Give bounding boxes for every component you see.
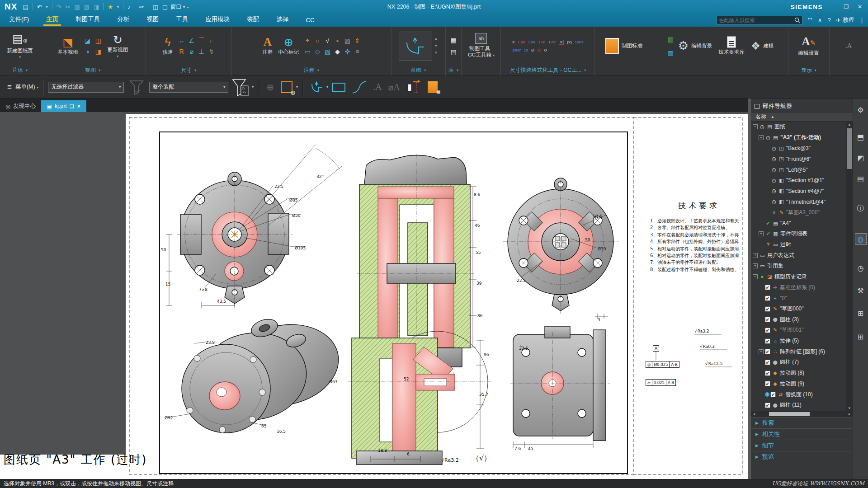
navigator-column-header[interactable]: 名称▲ [751,112,853,122]
document-tab-kjprt[interactable]: ▣ kj.prt ❏ ✕ [41,100,86,112]
menu-tab-[interactable]: 应用模块 [204,13,231,27]
dimension-annotation[interactable]: Ø85 [289,198,298,202]
part-navigator-icon[interactable]: ▤ [855,173,867,184]
window-add2-icon[interactable]: ⊞ [855,331,867,343]
navigator-section-搜索[interactable]: ▶搜索 [751,417,853,428]
tree-row[interactable]: ◷◧"Trimetric#1@4" [751,197,853,207]
tree-row[interactable]: i✔⇄替换面 (10) [751,389,853,400]
detail-view-icon[interactable]: ◫ [95,37,101,44]
tab-close-icon[interactable]: ✕ [77,103,81,109]
discover-center-tab[interactable]: ◎ 发现中心 [0,100,41,112]
dimension-annotation[interactable]: 23.8 [206,340,215,345]
dimension-annotation[interactable]: 50 [161,248,166,252]
tree-row[interactable]: ◷◧"Section #1@1" [751,175,853,186]
tree-row[interactable]: +▭用户表达式 [751,250,853,261]
balloon-icon[interactable]: ○ [316,37,319,44]
favorites-menu-icon[interactable]: ▾ [117,5,119,9]
tree-row[interactable]: ✔⌂拉伸 (5) [751,336,853,347]
dimension-annotation[interactable]: 52 [404,377,409,381]
help-icon[interactable]: ? [827,17,830,23]
group-label-sheet[interactable]: 片体▾ [0,64,40,76]
tree-row[interactable]: −◷▤图纸 [751,122,853,132]
format-painter-icon[interactable] [428,81,438,93]
dimension-annotation[interactable]: 43.5 [217,299,226,304]
restore-button[interactable]: ❒ [843,4,850,10]
dimension-annotation[interactable]: 86 [477,314,482,318]
tree-row[interactable]: ◷◳"Front@6" [751,154,853,164]
area-fill-icon[interactable]: ◆ [335,48,340,55]
dimension-annotation[interactable]: √Ra3.2 [441,457,459,463]
dimension-annotation[interactable]: 7×8 [199,287,208,292]
menu-tab-[interactable]: 选择 [275,13,289,27]
tolerance-format-icon-3[interactable]: 1.00 [538,40,545,44]
group-label-display[interactable]: 显示▾ [788,64,829,76]
parts-list-icon[interactable]: ▤ [450,48,456,56]
paste-icon[interactable]: ▧ [84,4,90,10]
hamburger-menu-icon[interactable]: ≡ [0,83,15,92]
dimension-annotation[interactable]: 33.5 [519,346,528,351]
tree-checkbox[interactable]: ✔ [765,403,770,408]
favorites-icon[interactable]: ★ [108,4,113,10]
tools-icon[interactable]: ⚒ [855,285,867,296]
history-icon[interactable]: ◷ [855,262,867,274]
dimension-annotation[interactable]: Ø63 [329,380,338,384]
datum-feature-icon[interactable]: ▭ [305,48,311,55]
view-side[interactable] [510,326,610,448]
scope-select[interactable]: 整个装配▾ [149,82,228,93]
menu-tab-[interactable]: 视图 [146,13,160,27]
tree-row[interactable]: +✔∴阵列特征 [圆形] (6) [751,346,853,357]
minimize-button[interactable]: — [829,4,836,10]
search-input[interactable] [719,18,794,23]
image-icon[interactable]: ▨ [344,37,350,44]
tolerance-format-icon-4[interactable]: 1.00 [548,40,556,44]
chamfer-dimension-icon[interactable]: ⌐ [210,37,213,44]
dimension-annotation[interactable]: Ø105 [295,246,306,250]
tree-row[interactable]: ✔+"0" [751,293,853,304]
radial-dimension-icon[interactable]: ⌒ [198,37,205,45]
section-view-icon[interactable]: ◑ [85,48,89,55]
tree-row[interactable]: ✔◆拉动面 (8) [751,368,853,379]
dimension-annotation[interactable]: （√） [472,454,491,463]
feature-control-frame-2[interactable]: ▱0.025A-B [646,379,676,386]
rapid-dimension-button[interactable]: ϟ 快速 [161,36,175,56]
tolerance-format-icon-6[interactable]: (X) [567,40,572,44]
tolerance-format-icon-2[interactable]: 1.00 [528,40,535,44]
feature-control-frame-icon[interactable]: ⌖ [306,37,309,44]
tree-row[interactable]: ✔⬤圆柱 (3) [751,314,853,325]
undo-menu-icon[interactable]: ▾ [46,5,48,9]
surface-finish-icon[interactable]: √ [326,37,329,44]
technical-requirements[interactable]: 技术要求 1、必须按照设计、工艺要求及本规定和有关2、各零、部件装配后相对位置应… [650,201,748,296]
break-view-icon[interactable]: ◨ [95,48,101,55]
surface-finish-callout[interactable]: √Ra3.2 [694,329,709,333]
cut-icon[interactable]: ✂ [66,4,71,10]
redo-icon[interactable]: ↷ [57,4,61,10]
dimension-annotation[interactable]: 22.5 [517,278,526,283]
panel-toggle-icon[interactable]: ❘ [859,17,864,23]
tree-expander-icon[interactable]: + [759,349,764,354]
navigator-section-相关性[interactable]: ▶相关性 [751,428,853,440]
dimension-annotation[interactable]: 15 [165,282,170,286]
tree-row[interactable]: ✔✎"草图001" [751,325,853,336]
dimension-annotation[interactable]: 39 [476,281,481,286]
tolerance-format-icon-11[interactable]: ∅ [538,48,541,52]
datum-target-icon[interactable]: ◇ [315,48,320,55]
menu-tab-[interactable]: 分析 [116,13,130,27]
tree-checkbox[interactable]: ✔ [765,296,770,301]
drawing-canvas[interactable]: .ol{stroke:#151515;stroke-width:1.4;} .t… [0,112,748,479]
tree-checkbox[interactable]: ✔ [765,285,770,290]
tree-row[interactable]: ✔◆拉动面 (9) [751,379,853,389]
thickness-dimension-icon[interactable]: ↯ [209,48,214,55]
voice-command-icon[interactable]: ♪ [127,4,131,10]
undo-icon[interactable]: ↶ [37,4,42,10]
tree-checkbox[interactable]: ✔ [770,392,776,397]
menu-tab-[interactable]: 工具 [175,13,189,27]
new-sheet-button[interactable]: ▤⊕ 新建图纸页▾ [5,32,35,60]
tolerance-format-icon-0[interactable]: X [512,40,514,44]
dimension-annotation[interactable]: R1.5 [593,214,603,219]
menu-tab-[interactable]: 装配 [246,13,260,27]
tree-row[interactable]: −●◪模型历史记录 [751,272,853,282]
update-view-button[interactable]: ↻ 更新视图▾ [105,33,130,59]
group-label-format-tools[interactable]: 尺寸快速格式化工具 - GC工...▾ [501,64,594,76]
part-navigator-header[interactable]: 部件导航器 [751,100,853,112]
tree-row[interactable]: ◷◧"Section #4@7" [751,186,853,197]
